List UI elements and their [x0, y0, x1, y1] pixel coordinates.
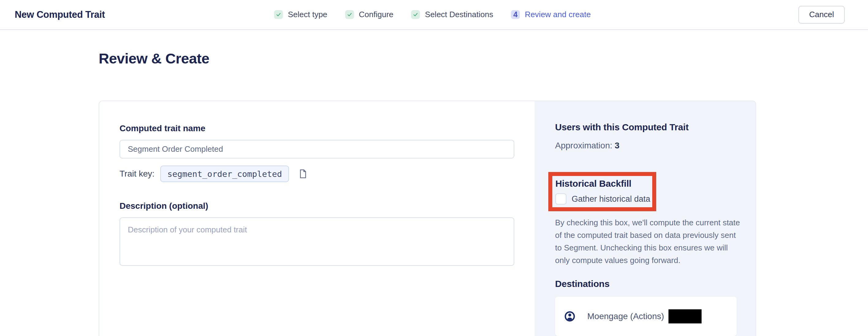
check-icon [411, 10, 420, 19]
step-label: Select Destinations [425, 10, 493, 19]
step-configure[interactable]: Configure [345, 10, 394, 19]
step-label: Review and create [525, 10, 591, 19]
document-copy-icon [298, 169, 308, 179]
check-icon [274, 10, 283, 19]
destination-name: Moengage (Actions) [587, 311, 664, 321]
step-select-type[interactable]: Select type [274, 10, 327, 19]
step-label: Select type [288, 10, 327, 19]
check-icon [345, 10, 354, 19]
trait-name-label: Computed trait name [120, 124, 514, 133]
step-number-badge: 4 [511, 10, 520, 19]
step-select-destinations[interactable]: Select Destinations [411, 10, 493, 19]
page-title: Review & Create [99, 50, 756, 67]
historical-backfill-heading: Historical Backfill [555, 178, 652, 189]
trait-key-row: Trait key: segment_order_completed [120, 165, 514, 182]
stepper: Select type Configure Select Destination… [274, 0, 591, 29]
trait-key-value-chip: segment_order_completed [160, 165, 289, 182]
step-review-and-create[interactable]: 4 Review and create [511, 10, 591, 19]
cancel-button[interactable]: Cancel [799, 6, 845, 24]
step-label: Configure [359, 10, 394, 19]
backfill-help-text: By checking this box, we'll compute the … [555, 216, 744, 267]
copy-trait-key-button[interactable] [297, 167, 309, 180]
destination-list-item[interactable]: Moengage (Actions) [555, 297, 737, 336]
description-textarea[interactable] [120, 217, 514, 266]
window-title: New Computed Trait [15, 9, 105, 20]
moengage-logo-icon [564, 311, 575, 322]
top-bar: New Computed Trait Select type Configure… [0, 0, 868, 30]
gather-historical-data-checkbox[interactable] [555, 193, 566, 205]
redaction-box [669, 309, 702, 324]
approximation-label: Approximation: [555, 141, 612, 150]
users-heading: Users with this Computed Trait [555, 122, 744, 132]
approximation-value: 3 [615, 141, 620, 150]
trait-key-label: Trait key: [120, 169, 154, 179]
destinations-heading: Destinations [555, 279, 744, 289]
backfill-annotation-highlight: Historical Backfill Gather historical da… [548, 172, 656, 211]
trait-form-panel: Computed trait name Trait key: segment_o… [99, 101, 534, 336]
description-label: Description (optional) [120, 201, 514, 211]
review-card: Computed trait name Trait key: segment_o… [99, 100, 756, 336]
approximation-row: Approximation: 3 [555, 141, 744, 151]
summary-panel: Users with this Computed Trait Approxima… [534, 101, 756, 336]
main-content: Review & Create Computed trait name Trai… [99, 50, 756, 336]
gather-historical-data-label[interactable]: Gather historical data [571, 194, 650, 204]
gather-historical-data-row: Gather historical data [555, 193, 652, 205]
trait-name-input[interactable] [120, 140, 514, 158]
